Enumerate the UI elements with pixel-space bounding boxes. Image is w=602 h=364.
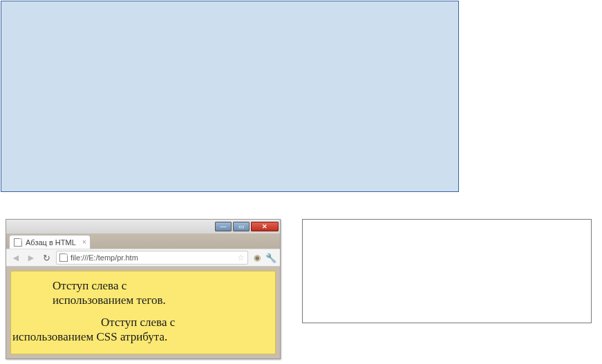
tab-close-icon[interactable]: × — [82, 238, 86, 246]
tab-strip: Абзац в HTML × — [6, 233, 280, 249]
forward-button[interactable]: ► — [26, 252, 37, 263]
wrench-icon[interactable]: 🔧 — [266, 253, 276, 262]
page-icon — [59, 253, 68, 262]
top-placeholder-box — [1, 1, 459, 192]
window-minimize-button[interactable]: — — [215, 222, 232, 231]
page-icon — [14, 238, 22, 247]
paragraph-text: использованием тегов. — [53, 294, 166, 307]
minimize-icon: — — [220, 223, 227, 230]
paragraph-text: использованием CSS атрибута. — [12, 330, 167, 343]
window-titlebar: — ▭ ✕ — [6, 220, 280, 233]
paragraph-css-indent: Отступ слева с использованием CSS атрибу… — [12, 315, 272, 345]
tab-active[interactable]: Абзац в HTML × — [9, 235, 91, 249]
maximize-icon: ▭ — [238, 223, 245, 230]
tab-title: Абзац в HTML — [26, 238, 76, 247]
toolbar: ◄ ► ↻ file:///E:/temp/pr.htm ☆ ◉ 🔧 — [6, 249, 280, 267]
address-bar[interactable]: file:///E:/temp/pr.htm ☆ — [56, 251, 248, 265]
eye-icon[interactable]: ◉ — [252, 253, 262, 262]
url-text: file:///E:/temp/pr.htm — [70, 253, 234, 262]
page-content: Отступ слева с использованием тегов. Отс… — [10, 271, 276, 354]
reload-button[interactable]: ↻ — [41, 252, 52, 263]
bookmark-star-icon[interactable]: ☆ — [237, 253, 245, 262]
back-button[interactable]: ◄ — [10, 252, 21, 263]
browser-window: — ▭ ✕ Абзац в HTML × ◄ ► ↻ file:///E:/te… — [6, 219, 281, 359]
paragraph-tags-indent: Отступ слева с использованием тегов. — [12, 278, 272, 308]
right-placeholder-box — [302, 219, 592, 323]
window-close-button[interactable]: ✕ — [251, 222, 279, 231]
window-maximize-button[interactable]: ▭ — [233, 222, 250, 231]
paragraph-text: Отступ слева с — [101, 316, 175, 329]
paragraph-text: Отступ слева с — [53, 279, 126, 292]
close-icon: ✕ — [262, 223, 267, 230]
